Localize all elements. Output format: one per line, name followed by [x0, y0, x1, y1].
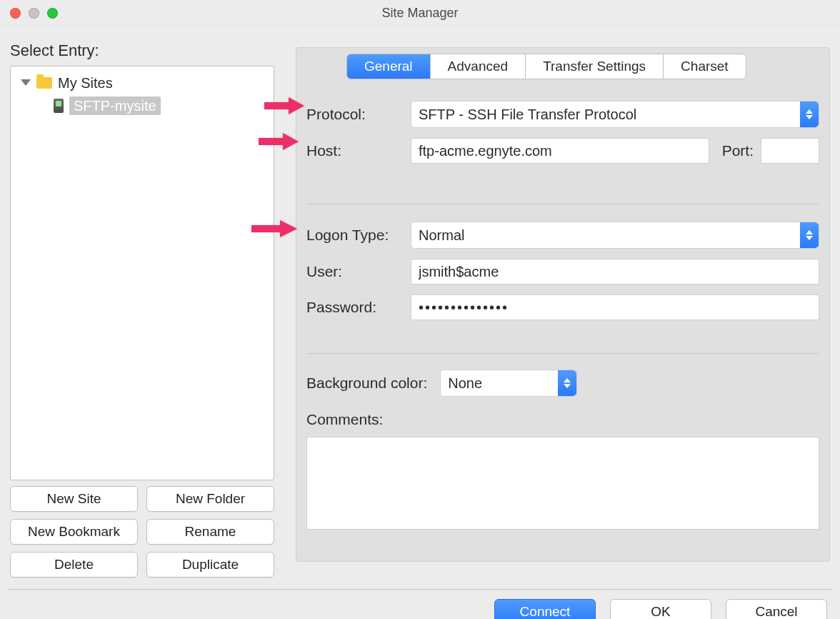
svg-marker-5 — [564, 384, 571, 388]
protocol-select[interactable]: SFTP - SSH File Transfer Protocol — [411, 101, 819, 128]
tab-charset[interactable]: Charset — [664, 54, 746, 79]
divider — [306, 353, 819, 354]
user-label: User: — [306, 263, 411, 280]
connect-button[interactable]: Connect — [494, 599, 596, 619]
svg-marker-2 — [806, 230, 813, 234]
password-label: Password: — [306, 299, 411, 316]
footer-buttons: Connect OK Cancel — [494, 599, 827, 619]
footer-divider — [7, 589, 833, 590]
delete-button[interactable]: Delete — [10, 552, 138, 578]
titlebar: Site Manager — [0, 0, 840, 26]
protocol-value: SFTP - SSH File Transfer Protocol — [419, 107, 636, 123]
comments-textarea[interactable] — [306, 437, 819, 530]
site-tree[interactable]: My Sites SFTP-mysite — [10, 66, 274, 480]
logon-type-value: Normal — [419, 227, 464, 244]
new-site-button[interactable]: New Site — [10, 486, 138, 512]
select-entry-label: Select Entry: — [10, 41, 99, 60]
window-title: Site Manager — [0, 6, 840, 21]
port-input[interactable] — [761, 138, 819, 164]
protocol-label: Protocol: — [306, 106, 411, 123]
folder-icon — [36, 77, 52, 89]
tree-root-row[interactable]: My Sites — [11, 72, 274, 94]
duplicate-button[interactable]: Duplicate — [146, 552, 274, 578]
host-label: Host: — [306, 142, 411, 159]
entry-buttons: New Site New Folder New Bookmark Rename … — [10, 486, 274, 585]
cancel-button[interactable]: Cancel — [726, 599, 827, 619]
settings-tabbar: General Advanced Transfer Settings Chars… — [346, 54, 746, 79]
comments-label: Comments: — [306, 411, 383, 428]
tree-root-label: My Sites — [58, 75, 113, 91]
svg-marker-0 — [806, 109, 813, 114]
background-color-select[interactable]: None — [440, 370, 577, 397]
tab-general[interactable]: General — [347, 54, 431, 79]
server-icon — [54, 99, 64, 113]
background-color-label: Background color: — [306, 375, 427, 392]
chevron-up-down-icon — [800, 101, 819, 127]
port-label: Port: — [722, 142, 754, 159]
logon-type-select[interactable]: Normal — [411, 222, 819, 249]
password-input[interactable] — [411, 294, 819, 320]
tab-advanced[interactable]: Advanced — [431, 54, 526, 79]
svg-marker-4 — [564, 378, 571, 382]
tab-transfer-settings[interactable]: Transfer Settings — [526, 54, 664, 79]
settings-panel: General Advanced Transfer Settings Chars… — [296, 47, 830, 562]
background-color-value: None — [448, 375, 482, 392]
disclosure-triangle-icon[interactable] — [21, 79, 31, 86]
user-input[interactable] — [411, 259, 819, 284]
tree-site-label[interactable]: SFTP-mysite — [69, 96, 161, 115]
svg-marker-3 — [806, 236, 813, 240]
divider — [306, 204, 819, 204]
rename-button[interactable]: Rename — [146, 519, 274, 545]
logon-type-label: Logon Type: — [306, 227, 411, 244]
new-folder-button[interactable]: New Folder — [146, 486, 274, 512]
ok-button[interactable]: OK — [610, 599, 711, 619]
chevron-up-down-icon — [558, 370, 576, 396]
host-input[interactable] — [411, 138, 709, 164]
new-bookmark-button[interactable]: New Bookmark — [10, 519, 138, 545]
svg-marker-1 — [806, 115, 813, 119]
tree-site-row[interactable]: SFTP-mysite — [54, 95, 274, 117]
chevron-up-down-icon — [800, 222, 819, 248]
